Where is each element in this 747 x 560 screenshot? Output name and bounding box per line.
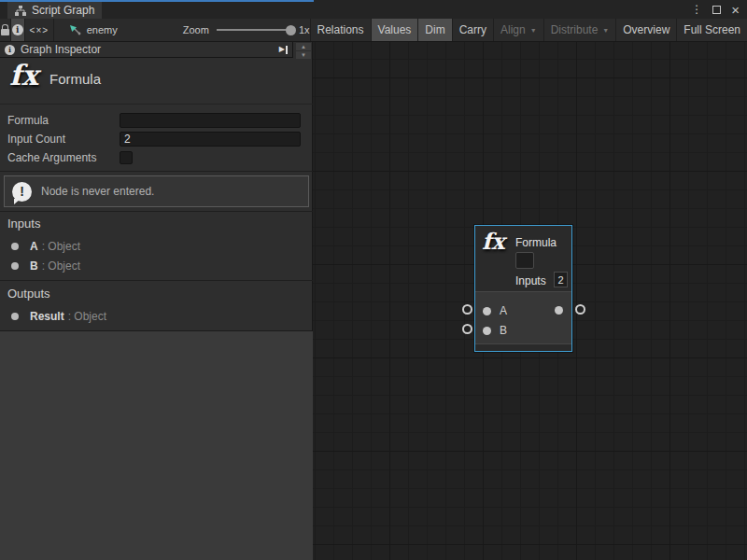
- port-dot-icon: [11, 262, 19, 270]
- scroll-down-button[interactable]: ▼: [296, 51, 311, 59]
- zoom-label: Zoom: [183, 24, 209, 35]
- distribute-dropdown[interactable]: Distribute ▼: [543, 19, 616, 41]
- warning-box: ! Node is never entered.: [4, 175, 309, 207]
- script-graph-icon: [15, 6, 26, 16]
- unit-title: Formula: [49, 71, 101, 87]
- port-dot-icon: [11, 313, 19, 320]
- close-icon[interactable]: ×: [731, 3, 740, 17]
- window-menu-icon[interactable]: ⋮: [691, 4, 702, 15]
- divider: [0, 171, 313, 172]
- preview-code-button[interactable]: <×>: [25, 19, 54, 41]
- node-formula-input[interactable]: [515, 252, 534, 269]
- input-port-b[interactable]: [483, 327, 491, 335]
- inspector-empty-area: [0, 330, 313, 560]
- input-count-field-row: Input Count: [0, 130, 313, 148]
- inspector-title: Graph Inspector: [21, 43, 274, 56]
- dock-icon: ▶: [279, 46, 285, 53]
- formula-field-row: Formula: [0, 111, 313, 130]
- inputs-section-title: Inputs: [7, 217, 40, 231]
- node-title: Formula: [515, 236, 557, 249]
- graph-breadcrumb-icon: [69, 24, 81, 35]
- node-body: A B: [475, 291, 571, 343]
- full-screen-button[interactable]: Full Screen: [676, 19, 747, 41]
- zoom-slider[interactable]: [217, 29, 291, 31]
- graph-inspector-panel: i Graph Inspector ▶ ▲ ▼ fx Formula Formu…: [0, 42, 313, 560]
- zoom-value: 1x: [299, 24, 310, 35]
- formula-field-label: Formula: [0, 114, 120, 127]
- chevron-down-icon: ▼: [530, 27, 537, 34]
- fx-icon: fx: [9, 59, 38, 91]
- divider: [0, 211, 313, 212]
- input-count-input[interactable]: [120, 132, 301, 147]
- zoom-slider-handle[interactable]: [286, 25, 296, 35]
- overview-button[interactable]: Overview: [615, 19, 676, 41]
- node-port-row-b: B: [475, 321, 571, 340]
- graph-toolbar: i <×> enemy Zoom 1x Relations Values Dim…: [0, 19, 747, 42]
- node-header: fx Formula Inputs 2: [475, 226, 571, 291]
- inspector-toggle-button[interactable]: i: [11, 19, 25, 41]
- window-controls: ⋮ ×: [691, 0, 740, 19]
- formula-node[interactable]: fx Formula Inputs 2 A B: [474, 225, 572, 352]
- divider: [0, 280, 313, 281]
- code-icon: <×>: [30, 25, 49, 35]
- relations-button[interactable]: Relations: [310, 19, 371, 41]
- output-port-result[interactable]: [555, 306, 563, 315]
- port-dot-icon: [11, 243, 19, 250]
- input-port-row: B : Object: [0, 256, 313, 275]
- tab-title: Script Graph: [32, 4, 94, 17]
- chevron-down-icon: ▼: [602, 27, 609, 34]
- port-connect-circle-a[interactable]: [462, 304, 472, 315]
- input-count-label: Input Count: [0, 133, 120, 146]
- zoom-control: Zoom 1x: [131, 19, 310, 41]
- toolbar-toggle-group: Relations Values Dim Carry Align ▼ Distr…: [310, 19, 747, 41]
- window-titlebar: Script Graph ⋮ ×: [0, 0, 747, 19]
- values-button[interactable]: Values: [371, 19, 418, 41]
- node-inputs-count-input[interactable]: 2: [554, 272, 568, 287]
- outputs-section-title: Outputs: [7, 287, 50, 301]
- graph-canvas[interactable]: fx Formula Inputs 2 A B: [313, 42, 747, 560]
- tab-script-graph[interactable]: Script Graph: [7, 2, 102, 19]
- carry-button[interactable]: Carry: [452, 19, 493, 41]
- maximize-icon[interactable]: [712, 6, 721, 14]
- formula-input[interactable]: [120, 113, 301, 128]
- input-port-row: A : Object: [0, 236, 313, 256]
- dock-sidebar-button[interactable]: ▶: [279, 46, 288, 54]
- lock-icon: [1, 24, 9, 35]
- cache-arguments-checkbox[interactable]: [120, 151, 133, 164]
- port-connect-circle-result[interactable]: [575, 304, 585, 315]
- info-icon: i: [12, 24, 23, 35]
- warning-text: Node is never entered.: [41, 185, 154, 198]
- info-icon: i: [5, 45, 15, 55]
- port-connect-circle-b[interactable]: [462, 324, 472, 334]
- inspector-scrollbar: ▲ ▼: [296, 43, 311, 59]
- node-inputs-label: Inputs: [515, 274, 546, 287]
- inspector-header: i Graph Inspector ▶: [0, 42, 293, 58]
- unit-header: fx Formula: [0, 59, 313, 105]
- scroll-up-button[interactable]: ▲: [296, 43, 311, 50]
- fx-icon: fx: [482, 228, 505, 255]
- align-dropdown[interactable]: Align ▼: [493, 19, 543, 41]
- lock-button[interactable]: [0, 19, 11, 41]
- breadcrumb-label: enemy: [87, 24, 118, 35]
- warning-icon: !: [12, 182, 32, 202]
- breadcrumb[interactable]: enemy: [54, 19, 131, 41]
- cache-arguments-label: Cache Arguments: [0, 151, 120, 164]
- cache-arguments-row: Cache Arguments: [0, 148, 313, 167]
- output-port-row: Result : Object: [0, 306, 313, 326]
- input-port-a[interactable]: [483, 307, 491, 315]
- node-footer: [475, 343, 571, 351]
- dim-button[interactable]: Dim: [417, 19, 451, 41]
